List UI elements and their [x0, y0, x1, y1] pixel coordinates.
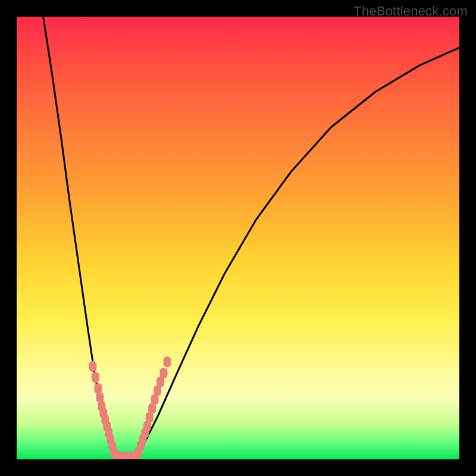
chart-stage: TheBottleneck.com	[0, 0, 476, 476]
curve-group	[43, 17, 459, 459]
curve-right-curve	[136, 48, 459, 459]
marker-right	[163, 356, 171, 367]
marker-right	[160, 368, 168, 378]
marker-bottom	[130, 452, 140, 459]
marker-left	[89, 361, 96, 372]
plot-area	[17, 17, 459, 459]
marker-group	[89, 356, 171, 459]
curve-left-curve	[43, 17, 118, 459]
marker-left	[92, 372, 99, 383]
chart-svg	[17, 17, 459, 459]
